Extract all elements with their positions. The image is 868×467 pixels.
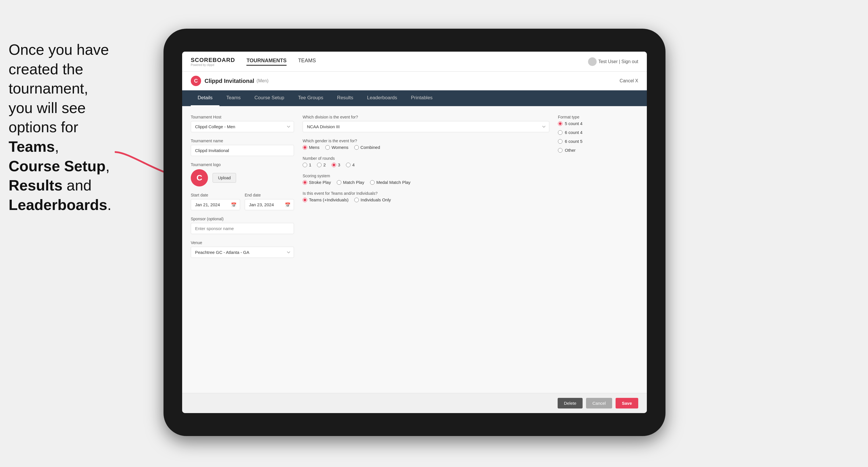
main-content: Tournament Host Clippd College - Men Tou…	[182, 106, 647, 393]
rounds-1[interactable]: 1	[303, 162, 311, 167]
rounds-label: Number of rounds	[303, 156, 549, 161]
start-date-calendar-icon: 📅	[231, 202, 237, 208]
cancel-button[interactable]: Cancel	[586, 398, 612, 408]
scoring-stroke-play[interactable]: Stroke Play	[303, 180, 331, 185]
division-label: Which division is the event for?	[303, 115, 549, 119]
delete-button[interactable]: Delete	[558, 398, 583, 408]
sponsor-group: Sponsor (optional)	[191, 217, 294, 234]
end-date-wrap: 📅	[245, 199, 294, 210]
save-button[interactable]: Save	[616, 398, 638, 408]
scoring-label: Scoring system	[303, 174, 549, 178]
rounds-4[interactable]: 4	[346, 162, 354, 167]
logo-title: SCOREBOARD	[191, 57, 235, 63]
tab-details[interactable]: Details	[191, 90, 219, 106]
rounds-2-label: 2	[323, 162, 326, 167]
logo-circle: C	[191, 169, 208, 186]
tournament-title: Clippd Invitational	[205, 78, 254, 84]
tablet-screen: SCOREBOARD Powered by clippd TOURNAMENTS…	[182, 52, 647, 413]
tournament-host-label: Tournament Host	[191, 115, 294, 119]
nav-links: TOURNAMENTS TEAMS	[246, 58, 588, 66]
end-date-group: End date 📅	[245, 193, 294, 210]
venue-label: Venue	[191, 240, 294, 245]
tournament-header: C Clippd Invitational (Men) Cancel X	[182, 72, 647, 90]
venue-group: Venue Peachtree GC - Atlanta - GA	[191, 240, 294, 258]
rounds-2[interactable]: 2	[317, 162, 326, 167]
format-6count5[interactable]: 6 count 5	[558, 139, 638, 144]
upload-button[interactable]: Upload	[213, 173, 236, 183]
venue-select[interactable]: Peachtree GC - Atlanta - GA	[191, 247, 294, 258]
rounds-1-label: 1	[309, 162, 311, 167]
gender-mens[interactable]: Mens	[303, 145, 319, 150]
logo-upload-area: C Upload	[191, 169, 294, 186]
format-5count4[interactable]: 5 count 4	[558, 121, 638, 126]
format-6count4-label: 6 count 4	[565, 130, 583, 135]
tournament-subtitle: (Men)	[256, 78, 269, 84]
cancel-header-button[interactable]: Cancel X	[620, 78, 638, 84]
division-select[interactable]: NCAA Division III	[303, 121, 549, 132]
division-group: Which division is the event for? NCAA Di…	[303, 115, 549, 132]
gender-combined[interactable]: Combined	[354, 145, 380, 150]
tab-bar: Details Teams Course Setup Tee Groups Re…	[182, 90, 647, 106]
format-5count4-label: 5 count 4	[565, 121, 583, 126]
gender-radio-group: Mens Womens Combined	[303, 145, 549, 150]
form-middle-column: Which division is the event for? NCAA Di…	[303, 115, 549, 384]
tab-course-setup[interactable]: Course Setup	[248, 90, 291, 106]
nav-tournaments[interactable]: TOURNAMENTS	[246, 58, 286, 66]
teams-plus-individuals-label: Teams (+Individuals)	[309, 197, 348, 202]
gender-combined-label: Combined	[361, 145, 380, 150]
rounds-group: Number of rounds 1 2	[303, 156, 549, 167]
tournament-name-label: Tournament name	[191, 138, 294, 143]
tournament-logo-label: Tournament logo	[191, 162, 294, 167]
tab-results[interactable]: Results	[330, 90, 360, 106]
individuals-only-label: Individuals Only	[361, 197, 391, 202]
user-label[interactable]: Test User | Sign out	[598, 59, 638, 64]
end-date-calendar-icon: 📅	[285, 202, 290, 208]
scoring-match-play[interactable]: Match Play	[337, 180, 364, 185]
sponsor-label: Sponsor (optional)	[191, 217, 294, 221]
rounds-3-label: 3	[338, 162, 340, 167]
scoring-medal-match-play[interactable]: Medal Match Play	[370, 180, 410, 185]
individuals-only[interactable]: Individuals Only	[354, 197, 391, 202]
logo-area: SCOREBOARD Powered by clippd	[191, 57, 235, 67]
tournament-host-group: Tournament Host Clippd College - Men	[191, 115, 294, 132]
scoring-stroke-play-label: Stroke Play	[309, 180, 331, 185]
nav-teams[interactable]: TEAMS	[298, 58, 316, 66]
gender-womens-label: Womens	[332, 145, 348, 150]
action-bar: Delete Cancel Save	[182, 393, 647, 413]
tab-printables[interactable]: Printables	[404, 90, 440, 106]
teams-plus-individuals[interactable]: Teams (+Individuals)	[303, 197, 348, 202]
start-date-label: Start date	[191, 193, 240, 197]
tab-tee-groups[interactable]: Tee Groups	[291, 90, 330, 106]
tournament-icon: C	[191, 76, 201, 86]
start-date-wrap: 📅	[191, 199, 240, 210]
left-instruction-text: Once you have created the tournament, yo…	[0, 34, 149, 220]
format-6count4[interactable]: 6 count 4	[558, 130, 638, 135]
rounds-3[interactable]: 3	[332, 162, 340, 167]
scoring-group: Scoring system Stroke Play Match Play	[303, 174, 549, 185]
gender-womens[interactable]: Womens	[325, 145, 348, 150]
top-navigation: SCOREBOARD Powered by clippd TOURNAMENTS…	[182, 52, 647, 72]
scoring-radio-group: Stroke Play Match Play Medal Match Play	[303, 180, 549, 185]
gender-group: Which gender is the event for? Mens Wome…	[303, 138, 549, 150]
tab-teams[interactable]: Teams	[219, 90, 248, 106]
scoring-match-play-label: Match Play	[343, 180, 364, 185]
form-left-column: Tournament Host Clippd College - Men Tou…	[191, 115, 294, 384]
sponsor-input[interactable]	[191, 223, 294, 234]
format-6count5-label: 6 count 5	[565, 139, 583, 144]
form-area: Tournament Host Clippd College - Men Tou…	[182, 106, 647, 393]
gender-mens-label: Mens	[309, 145, 319, 150]
form-right-column: Format type 5 count 4 6 count 4 6 count …	[558, 115, 638, 384]
end-date-label: End date	[245, 193, 294, 197]
format-type-label: Format type	[558, 115, 638, 119]
user-info: Test User | Sign out	[588, 57, 638, 66]
rounds-radio-group: 1 2 3 4	[303, 162, 549, 167]
team-individual-label: Is this event for Teams and/or Individua…	[303, 191, 549, 196]
scoring-medal-match-play-label: Medal Match Play	[376, 180, 410, 185]
tab-leaderboards[interactable]: Leaderboards	[360, 90, 404, 106]
format-other[interactable]: Other	[558, 148, 638, 153]
tournament-name-input[interactable]	[191, 145, 294, 156]
team-individual-radio-group: Teams (+Individuals) Individuals Only	[303, 197, 549, 202]
tournament-host-select[interactable]: Clippd College - Men	[191, 121, 294, 132]
tournament-logo-group: Tournament logo C Upload	[191, 162, 294, 186]
gender-label: Which gender is the event for?	[303, 138, 549, 143]
